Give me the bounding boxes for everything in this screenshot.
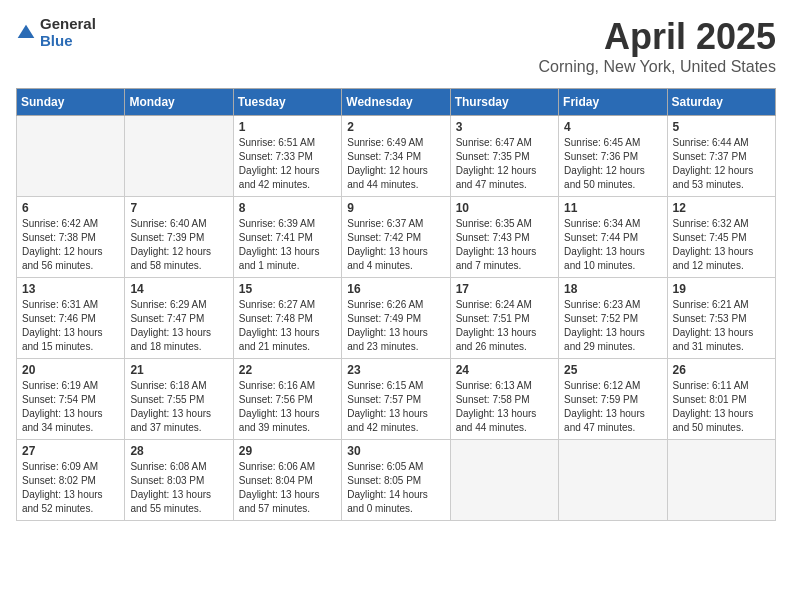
calendar-day-cell: 9Sunrise: 6:37 AMSunset: 7:42 PMDaylight… — [342, 197, 450, 278]
day-of-week-header: Sunday — [17, 89, 125, 116]
svg-marker-0 — [18, 24, 35, 37]
day-of-week-header: Tuesday — [233, 89, 341, 116]
day-info: Sunrise: 6:42 AMSunset: 7:38 PMDaylight:… — [22, 217, 119, 273]
day-number: 25 — [564, 363, 661, 377]
day-info: Sunrise: 6:15 AMSunset: 7:57 PMDaylight:… — [347, 379, 444, 435]
calendar-week-row: 1Sunrise: 6:51 AMSunset: 7:33 PMDaylight… — [17, 116, 776, 197]
day-info: Sunrise: 6:44 AMSunset: 7:37 PMDaylight:… — [673, 136, 770, 192]
calendar-day-cell: 2Sunrise: 6:49 AMSunset: 7:34 PMDaylight… — [342, 116, 450, 197]
calendar-title: April 2025 — [539, 16, 776, 58]
day-info: Sunrise: 6:23 AMSunset: 7:52 PMDaylight:… — [564, 298, 661, 354]
day-number: 14 — [130, 282, 227, 296]
calendar-day-cell: 13Sunrise: 6:31 AMSunset: 7:46 PMDayligh… — [17, 278, 125, 359]
day-number: 9 — [347, 201, 444, 215]
day-number: 2 — [347, 120, 444, 134]
day-number: 3 — [456, 120, 553, 134]
day-info: Sunrise: 6:09 AMSunset: 8:02 PMDaylight:… — [22, 460, 119, 516]
day-info: Sunrise: 6:08 AMSunset: 8:03 PMDaylight:… — [130, 460, 227, 516]
day-number: 16 — [347, 282, 444, 296]
logo-text: General Blue — [40, 16, 96, 49]
day-number: 18 — [564, 282, 661, 296]
day-number: 20 — [22, 363, 119, 377]
calendar-day-cell: 15Sunrise: 6:27 AMSunset: 7:48 PMDayligh… — [233, 278, 341, 359]
day-number: 29 — [239, 444, 336, 458]
day-info: Sunrise: 6:45 AMSunset: 7:36 PMDaylight:… — [564, 136, 661, 192]
day-number: 6 — [22, 201, 119, 215]
day-info: Sunrise: 6:51 AMSunset: 7:33 PMDaylight:… — [239, 136, 336, 192]
day-info: Sunrise: 6:49 AMSunset: 7:34 PMDaylight:… — [347, 136, 444, 192]
calendar-day-cell — [17, 116, 125, 197]
day-number: 21 — [130, 363, 227, 377]
calendar-day-cell: 20Sunrise: 6:19 AMSunset: 7:54 PMDayligh… — [17, 359, 125, 440]
calendar-day-cell: 22Sunrise: 6:16 AMSunset: 7:56 PMDayligh… — [233, 359, 341, 440]
calendar-day-cell: 26Sunrise: 6:11 AMSunset: 8:01 PMDayligh… — [667, 359, 775, 440]
day-info: Sunrise: 6:35 AMSunset: 7:43 PMDaylight:… — [456, 217, 553, 273]
calendar-day-cell: 8Sunrise: 6:39 AMSunset: 7:41 PMDaylight… — [233, 197, 341, 278]
calendar-header-row: SundayMondayTuesdayWednesdayThursdayFrid… — [17, 89, 776, 116]
day-of-week-header: Thursday — [450, 89, 558, 116]
day-info: Sunrise: 6:26 AMSunset: 7:49 PMDaylight:… — [347, 298, 444, 354]
day-number: 5 — [673, 120, 770, 134]
calendar-day-cell: 30Sunrise: 6:05 AMSunset: 8:05 PMDayligh… — [342, 440, 450, 521]
logo-icon — [16, 23, 36, 43]
day-info: Sunrise: 6:13 AMSunset: 7:58 PMDaylight:… — [456, 379, 553, 435]
day-number: 1 — [239, 120, 336, 134]
calendar-day-cell — [559, 440, 667, 521]
day-info: Sunrise: 6:31 AMSunset: 7:46 PMDaylight:… — [22, 298, 119, 354]
calendar-day-cell: 23Sunrise: 6:15 AMSunset: 7:57 PMDayligh… — [342, 359, 450, 440]
day-number: 22 — [239, 363, 336, 377]
calendar-day-cell: 14Sunrise: 6:29 AMSunset: 7:47 PMDayligh… — [125, 278, 233, 359]
logo-blue-text: Blue — [40, 33, 96, 50]
calendar-day-cell: 10Sunrise: 6:35 AMSunset: 7:43 PMDayligh… — [450, 197, 558, 278]
day-of-week-header: Saturday — [667, 89, 775, 116]
day-number: 19 — [673, 282, 770, 296]
calendar-day-cell: 4Sunrise: 6:45 AMSunset: 7:36 PMDaylight… — [559, 116, 667, 197]
day-info: Sunrise: 6:40 AMSunset: 7:39 PMDaylight:… — [130, 217, 227, 273]
day-number: 15 — [239, 282, 336, 296]
day-info: Sunrise: 6:21 AMSunset: 7:53 PMDaylight:… — [673, 298, 770, 354]
calendar-day-cell: 19Sunrise: 6:21 AMSunset: 7:53 PMDayligh… — [667, 278, 775, 359]
day-info: Sunrise: 6:34 AMSunset: 7:44 PMDaylight:… — [564, 217, 661, 273]
day-info: Sunrise: 6:27 AMSunset: 7:48 PMDaylight:… — [239, 298, 336, 354]
calendar-week-row: 27Sunrise: 6:09 AMSunset: 8:02 PMDayligh… — [17, 440, 776, 521]
day-number: 8 — [239, 201, 336, 215]
calendar-day-cell — [450, 440, 558, 521]
calendar-week-row: 13Sunrise: 6:31 AMSunset: 7:46 PMDayligh… — [17, 278, 776, 359]
calendar-day-cell — [125, 116, 233, 197]
day-number: 17 — [456, 282, 553, 296]
logo-general-text: General — [40, 16, 96, 33]
page-header: General Blue April 2025 Corning, New Yor… — [16, 16, 776, 76]
calendar-day-cell: 12Sunrise: 6:32 AMSunset: 7:45 PMDayligh… — [667, 197, 775, 278]
day-info: Sunrise: 6:39 AMSunset: 7:41 PMDaylight:… — [239, 217, 336, 273]
day-info: Sunrise: 6:12 AMSunset: 7:59 PMDaylight:… — [564, 379, 661, 435]
day-number: 7 — [130, 201, 227, 215]
calendar-week-row: 20Sunrise: 6:19 AMSunset: 7:54 PMDayligh… — [17, 359, 776, 440]
day-number: 4 — [564, 120, 661, 134]
day-number: 23 — [347, 363, 444, 377]
day-number: 13 — [22, 282, 119, 296]
day-number: 10 — [456, 201, 553, 215]
calendar-week-row: 6Sunrise: 6:42 AMSunset: 7:38 PMDaylight… — [17, 197, 776, 278]
day-info: Sunrise: 6:37 AMSunset: 7:42 PMDaylight:… — [347, 217, 444, 273]
day-number: 12 — [673, 201, 770, 215]
calendar-day-cell: 29Sunrise: 6:06 AMSunset: 8:04 PMDayligh… — [233, 440, 341, 521]
calendar-day-cell: 25Sunrise: 6:12 AMSunset: 7:59 PMDayligh… — [559, 359, 667, 440]
calendar-day-cell: 11Sunrise: 6:34 AMSunset: 7:44 PMDayligh… — [559, 197, 667, 278]
day-number: 27 — [22, 444, 119, 458]
day-number: 30 — [347, 444, 444, 458]
day-number: 24 — [456, 363, 553, 377]
day-info: Sunrise: 6:29 AMSunset: 7:47 PMDaylight:… — [130, 298, 227, 354]
calendar-day-cell: 27Sunrise: 6:09 AMSunset: 8:02 PMDayligh… — [17, 440, 125, 521]
day-info: Sunrise: 6:11 AMSunset: 8:01 PMDaylight:… — [673, 379, 770, 435]
calendar-day-cell: 6Sunrise: 6:42 AMSunset: 7:38 PMDaylight… — [17, 197, 125, 278]
day-info: Sunrise: 6:47 AMSunset: 7:35 PMDaylight:… — [456, 136, 553, 192]
calendar-day-cell: 24Sunrise: 6:13 AMSunset: 7:58 PMDayligh… — [450, 359, 558, 440]
calendar-day-cell — [667, 440, 775, 521]
calendar-day-cell: 1Sunrise: 6:51 AMSunset: 7:33 PMDaylight… — [233, 116, 341, 197]
day-info: Sunrise: 6:16 AMSunset: 7:56 PMDaylight:… — [239, 379, 336, 435]
day-info: Sunrise: 6:32 AMSunset: 7:45 PMDaylight:… — [673, 217, 770, 273]
calendar-day-cell: 16Sunrise: 6:26 AMSunset: 7:49 PMDayligh… — [342, 278, 450, 359]
calendar-day-cell: 18Sunrise: 6:23 AMSunset: 7:52 PMDayligh… — [559, 278, 667, 359]
calendar-day-cell: 17Sunrise: 6:24 AMSunset: 7:51 PMDayligh… — [450, 278, 558, 359]
day-info: Sunrise: 6:06 AMSunset: 8:04 PMDaylight:… — [239, 460, 336, 516]
